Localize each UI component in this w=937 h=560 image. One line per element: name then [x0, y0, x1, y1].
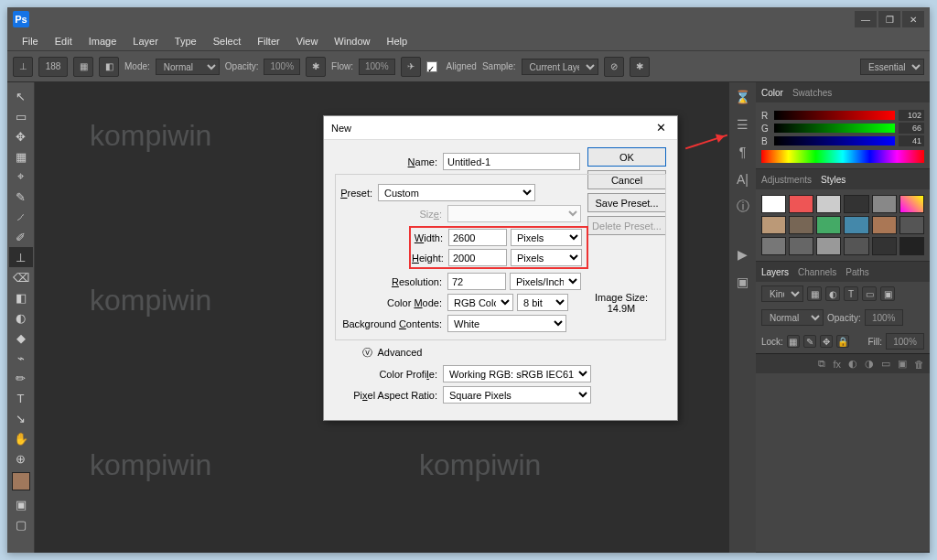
delete-layer-icon[interactable]: 🗑 [914, 359, 924, 370]
eyedropper-tool[interactable]: ✎ [9, 187, 33, 207]
link-layers-icon[interactable]: ⧉ [818, 358, 825, 370]
character-icon[interactable]: ¶ [734, 143, 752, 161]
style-swatch[interactable] [899, 237, 924, 255]
name-input[interactable] [443, 153, 580, 170]
style-swatch[interactable] [844, 195, 868, 213]
height-input[interactable] [448, 249, 507, 266]
blur-tool[interactable]: ◆ [9, 328, 33, 348]
move-tool[interactable]: ↖ [9, 86, 33, 106]
style-swatch[interactable] [761, 237, 786, 255]
menu-file[interactable]: File [15, 33, 46, 49]
sample-select[interactable]: Current Layer [522, 59, 598, 75]
flow-value[interactable]: 100% [359, 59, 395, 75]
layer-opacity[interactable]: 100% [865, 309, 903, 326]
quick-select-tool[interactable]: ▦ [9, 146, 33, 167]
b-slider[interactable] [774, 136, 895, 145]
maximize-button[interactable]: ❐ [878, 11, 900, 27]
style-swatch[interactable] [899, 195, 924, 213]
brush-preset[interactable]: 188 [38, 57, 68, 77]
tab-layers[interactable]: Layers [761, 267, 789, 277]
layer-filter[interactable]: Kind [761, 285, 803, 302]
screen-mode-icon[interactable]: ▢ [9, 514, 33, 534]
tab-adjustments[interactable]: Adjustments [761, 175, 812, 185]
timeline-icon[interactable]: ▣ [734, 273, 752, 291]
filter-pixel-icon[interactable]: ▦ [807, 286, 822, 301]
menu-view[interactable]: View [289, 33, 326, 49]
resolution-input[interactable] [447, 273, 506, 290]
advanced-toggle[interactable]: ⓥ Advanced [362, 346, 422, 360]
opacity-value[interactable]: 100% [264, 59, 300, 75]
history-brush-tool[interactable]: ⌫ [9, 267, 33, 287]
tab-channels[interactable]: Channels [798, 267, 836, 277]
nav-icon[interactable]: ▶ [734, 245, 752, 264]
eraser-tool[interactable]: ◧ [9, 287, 33, 307]
dialog-close-button[interactable]: ✕ [652, 119, 670, 137]
dialog-titlebar[interactable]: New ✕ [324, 116, 677, 140]
brush-tool[interactable]: ✐ [9, 227, 33, 247]
blend-mode-select[interactable]: Normal [156, 59, 220, 75]
path-select-tool[interactable]: ↘ [9, 408, 33, 428]
pen-tool[interactable]: ✏ [9, 368, 33, 388]
style-swatch[interactable] [789, 216, 813, 234]
marquee-tool[interactable]: ▭ [9, 106, 33, 126]
brush-settings-icon[interactable]: ◧ [99, 57, 119, 77]
width-unit-select[interactable]: Pixels [511, 229, 582, 246]
color-ramp[interactable] [761, 150, 924, 163]
style-swatch[interactable] [899, 216, 924, 234]
gradient-tool[interactable]: ◐ [9, 307, 33, 328]
airbrush-icon[interactable]: ✈ [401, 57, 421, 77]
dodge-tool[interactable]: ⌁ [9, 348, 33, 368]
brush-panel-icon[interactable]: ▦ [73, 57, 93, 77]
minimize-button[interactable]: — [855, 11, 877, 27]
type-tool[interactable]: T [9, 388, 33, 408]
r-value[interactable]: 102 [899, 110, 924, 121]
layer-blend-mode[interactable]: Normal [761, 309, 824, 326]
style-swatch[interactable] [872, 216, 897, 234]
tool-preset-icon[interactable]: ⊥ [13, 57, 33, 77]
filter-type-icon[interactable]: T [844, 286, 858, 301]
menu-layer[interactable]: Layer [125, 33, 166, 49]
b-value[interactable]: 41 [899, 135, 924, 146]
style-swatch[interactable] [872, 237, 897, 255]
style-swatch[interactable] [816, 195, 841, 213]
resolution-unit-select[interactable]: Pixels/Inch [510, 273, 581, 290]
ok-button[interactable]: OK [587, 147, 666, 167]
lock-pixels-icon[interactable]: ✎ [803, 335, 816, 348]
style-swatch[interactable] [872, 195, 897, 213]
g-value[interactable]: 66 [899, 123, 924, 134]
menu-image[interactable]: Image [81, 33, 124, 49]
paragraph-icon[interactable]: A| [734, 170, 752, 188]
style-swatch[interactable] [816, 237, 841, 255]
menu-edit[interactable]: Edit [48, 33, 80, 49]
tab-color[interactable]: Color [761, 88, 783, 98]
style-swatch[interactable] [789, 195, 813, 213]
menu-help[interactable]: Help [379, 33, 415, 49]
tab-swatches[interactable]: Swatches [792, 88, 832, 98]
info-icon[interactable]: ⓘ [734, 198, 752, 216]
lock-transparent-icon[interactable]: ▦ [787, 335, 800, 348]
layer-fill[interactable]: 100% [886, 333, 924, 350]
width-input[interactable] [448, 229, 507, 246]
style-swatch[interactable] [761, 195, 786, 213]
hand-tool[interactable]: ✋ [9, 428, 33, 448]
layer-style-icon[interactable]: fx [833, 359, 841, 370]
height-unit-select[interactable]: Pixels [511, 249, 582, 266]
filter-adjust-icon[interactable]: ◐ [825, 286, 840, 301]
tab-styles[interactable]: Styles [821, 175, 845, 185]
lock-position-icon[interactable]: ✥ [820, 335, 833, 348]
r-slider[interactable] [774, 111, 895, 120]
layer-mask-icon[interactable]: ◐ [848, 358, 857, 370]
menu-type[interactable]: Type [167, 33, 204, 49]
g-slider[interactable] [774, 124, 895, 133]
foreground-background-swatch[interactable] [12, 472, 30, 490]
ignore-adjust-icon[interactable]: ⊘ [604, 57, 624, 77]
color-mode-select[interactable]: RGB Color [447, 294, 513, 311]
crop-tool[interactable]: ⌖ [9, 167, 33, 187]
quick-mask-icon[interactable]: ▣ [9, 494, 33, 514]
filter-smart-icon[interactable]: ▣ [880, 286, 895, 301]
close-app-button[interactable]: ✕ [902, 11, 924, 27]
history-icon[interactable]: ⌛ [734, 88, 752, 106]
style-swatch[interactable] [844, 237, 868, 255]
clone-stamp-tool[interactable]: ⊥ [9, 247, 33, 267]
color-depth-select[interactable]: 8 bit [517, 294, 568, 311]
